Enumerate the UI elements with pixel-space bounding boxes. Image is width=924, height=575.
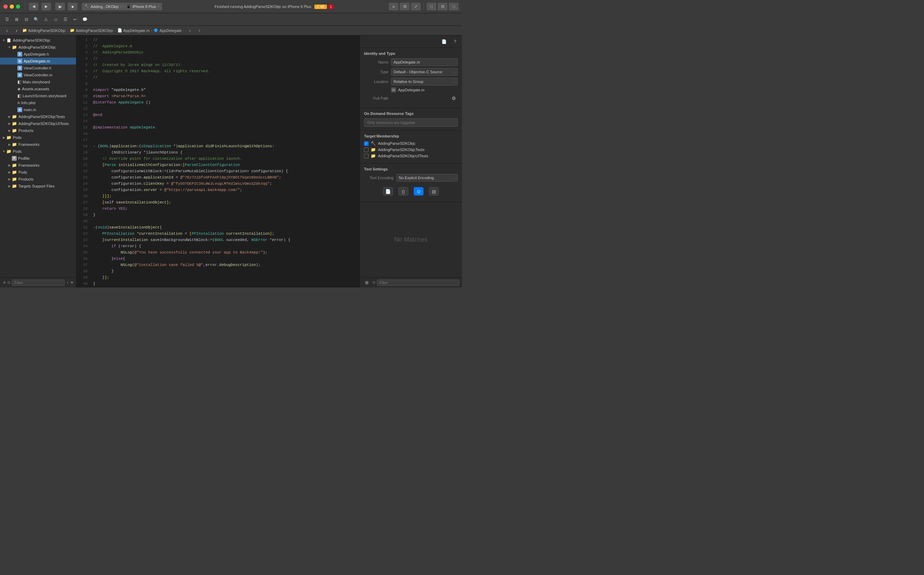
code-line[interactable]: }]]; [93,193,357,199]
on-demand-input[interactable] [364,118,458,127]
debug-toggle[interactable]: ⊟ [438,3,447,10]
code-line[interactable]: }]; [93,274,357,281]
code-line[interactable]: return YES; [93,206,357,212]
code-line[interactable]: - (BOOL)application:(UIApplication *)app… [93,143,357,149]
sidebar-item-file-main-m[interactable]: mmain.m [0,106,76,113]
comment-button[interactable]: 💬 [81,16,89,23]
code-line[interactable] [93,106,357,112]
stop-button[interactable]: ■ [68,3,78,10]
code-line[interactable]: // Created by Joren Winge on 12/28/17. [93,62,357,68]
code-line[interactable]: [self saveInstallationObject]; [93,199,357,206]
sidebar-item-file-launchscreen[interactable]: ◧LaunchScreen.storyboard [0,92,76,99]
target-checkbox-target-main[interactable]: ✓ [364,141,369,146]
bookmark-button[interactable]: ◇ [51,16,60,23]
code-line[interactable]: PFInstallation *currentInstallation = [P… [93,230,357,237]
sidebar-toggle-button[interactable]: ☰ [3,16,11,23]
code-line[interactable]: NSLog(@"You have successfully connected … [93,249,357,256]
history-button[interactable]: ↩ [71,16,79,23]
toolbar-btn3[interactable]: ⊟ [22,16,30,23]
scheme-selector[interactable]: 🔨 Adding...DKObjc ▸ | 📱 iPhone 8 Plus ▾ [82,3,162,10]
sidebar-item-group-frameworks2[interactable]: ▶📁Frameworks [0,162,76,169]
code-line[interactable]: }else{ [93,256,357,262]
code-line[interactable]: // Override point for customization afte… [93,156,357,162]
code-line[interactable]: if (!error) { [93,243,357,249]
reveal-in-finder-button[interactable]: ⚙ [450,94,458,102]
editor-assistant-button[interactable]: ⊟ [400,3,410,10]
code-line[interactable] [93,137,357,143]
breadcrumb-item-file[interactable]: 📄 AppDelegate.m [118,28,150,33]
maximize-button[interactable] [16,5,20,9]
code-line[interactable]: // [93,74,357,81]
sidebar-item-group-adding[interactable]: ▼📁AddingParseSDKObjc [0,44,76,51]
search-button[interactable]: 🔍 [32,16,40,23]
help-button[interactable]: ? [451,38,459,46]
code-line[interactable] [93,118,357,124]
list-button[interactable]: ☰ [61,16,70,23]
code-content[interactable]: //// AppDelegate.m// AddingParseSDKObjc/… [90,35,359,288]
code-line[interactable]: [Parse initializeWithConfiguration:[Pars… [93,162,357,168]
code-line[interactable]: NSLog(@"installation save failed %@",err… [93,262,357,268]
code-line[interactable]: } [93,268,357,274]
code-line[interactable]: configuration.server = @"https://parseap… [93,187,357,193]
sidebar-item-root-project[interactable]: ▼📋AddingParseSDKObjc [0,37,76,44]
inspector-filter-input[interactable] [377,280,459,286]
sidebar-item-file-main-storyboard[interactable]: ◧Main.storyboard [0,78,76,86]
sidebar-item-group-targets[interactable]: ▶📁Targets Support Files [0,183,76,190]
code-line[interactable] [93,218,357,224]
sidebar-filter-input[interactable] [12,280,65,286]
sidebar-item-file-podfile[interactable]: PPodfile [0,155,76,162]
code-line[interactable]: // AppDelegate.m [93,43,357,49]
inspector-toggle[interactable]: □ [449,3,458,10]
code-line[interactable]: // [93,56,357,62]
editor-standard-button[interactable]: ≡ [389,3,398,10]
code-line[interactable]: -(void)saveInstallationObject{ [93,224,357,230]
code-line[interactable]: @implementation AppDelegate [93,124,357,130]
close-button[interactable] [3,5,8,9]
code-line[interactable] [93,81,357,87]
objective-c-button[interactable]: ⊙ [414,187,423,195]
code-line[interactable]: configuration.applicationId = @"7Ez7z1Df… [93,174,357,181]
sidebar-item-group-uitests[interactable]: ▶📁AddingParseSDKObjcUITests [0,120,76,127]
code-line[interactable]: configurationWithBlock:^(id<ParseMutable… [93,168,357,174]
code-editor[interactable]: 1234567891011121314151617181920212223242… [76,35,359,288]
breadcrumb-forward[interactable]: › [13,27,21,34]
nav-left-button[interactable]: ◀ [29,3,38,10]
code-line[interactable]: // AddingParseSDKObjc [93,49,357,56]
target-checkbox-target-uitests[interactable] [364,154,369,158]
breadcrumb-back[interactable]: ‹ [3,27,11,34]
sidebar-item-file-assets[interactable]: ◈Assets.xcassets [0,86,76,92]
swift-button[interactable]: ▤ [429,187,439,195]
code-line[interactable]: @end [93,112,357,118]
breadcrumb-item-project[interactable]: 📁 AddingParseSDKObjc [22,28,66,33]
breadcrumb-item-symbol[interactable]: 🔷 AppDelegate [154,28,182,33]
code-line[interactable]: } [93,281,357,287]
code-line[interactable]: configuration.clientKey = @"fySO7DEPIC39… [93,181,357,187]
sidebar-item-file-appdelegate-h[interactable]: hAppDelegate.h [0,51,76,58]
editor-version-button[interactable]: ⤢ [411,3,421,10]
sidebar-item-file-info-plist[interactable]: ≡Info.plist [0,99,76,106]
navigator-toggle[interactable]: □ [426,3,436,10]
breadcrumb-nav-left[interactable]: ‹ [186,27,194,34]
code-line[interactable] [93,130,357,137]
code-line[interactable]: } [93,212,357,218]
toolbar-btn2[interactable]: ⊠ [13,16,21,23]
sidebar-item-file-viewcontroller-m[interactable]: mViewController.m [0,71,76,78]
location-dropdown[interactable]: Relative to Group ⌄ [391,78,458,86]
sidebar-item-group-frameworks[interactable]: ▶📁Frameworks [0,141,76,148]
text-encoding-dropdown[interactable]: No Explicit Encoding ⌄ [396,174,458,182]
code-line[interactable]: @interface AppDelegate () [93,99,357,106]
warning-button[interactable]: ⚠ [42,16,50,23]
json-button[interactable]: {} [398,187,408,195]
code-line[interactable]: #import "AppDelegate.h" [93,87,357,93]
minimize-button[interactable] [10,5,14,9]
add-file-button[interactable]: + [3,279,6,286]
nav-right-button[interactable]: ▶ [41,3,51,10]
breadcrumb-nav-right[interactable]: › [196,27,204,34]
sidebar-item-group-pods[interactable]: ▼📁Pods [0,148,76,155]
sidebar-item-group-products2[interactable]: ▶📁Products [0,176,76,183]
sidebar-sort-button[interactable]: ↕ [66,279,69,286]
inspector-grid-button[interactable]: ⊞ [363,279,371,286]
file-navigator[interactable]: ▼📋AddingParseSDKObjc▼📁AddingParseSDKObjc… [0,35,76,277]
new-file-button[interactable]: 📄 [440,38,448,46]
sidebar-item-group-tests[interactable]: ▶📁AddingParseSDKObjcTests [0,113,76,120]
